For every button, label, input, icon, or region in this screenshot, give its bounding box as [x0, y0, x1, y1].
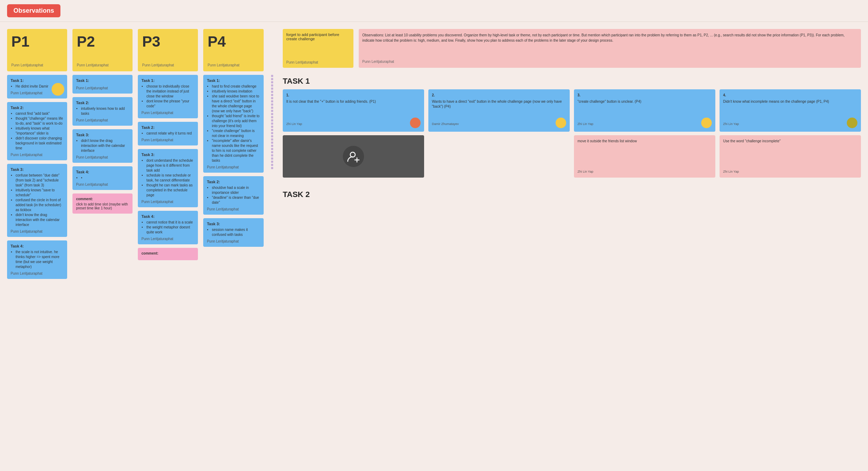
task-bullets-p4-2: shouldve had a scale in importance slide…: [207, 185, 260, 205]
avatar-p1-1: [52, 83, 64, 96]
dot: [271, 107, 273, 109]
dot: [271, 161, 273, 163]
task1-section: TASK 1 1. It is not clear that the "+" b…: [283, 73, 861, 178]
observations-badge: Observations: [7, 4, 60, 17]
dot: [271, 126, 273, 128]
avatar-obs1: [410, 118, 421, 128]
task-card-p4-2: Task 2: shouldve had a scale in importan…: [203, 176, 263, 215]
task-card-p1-3: Task 3: confuse between "due date" (from…: [7, 164, 67, 237]
dot: [271, 138, 273, 141]
dot: [271, 75, 273, 77]
dot: [271, 135, 273, 137]
task-bullets-p2-2: intuitively knows how to add tasks: [76, 106, 129, 116]
dot: [271, 113, 273, 115]
dot: [271, 151, 273, 153]
add-person-icon: [343, 146, 364, 167]
participant-id-p4: P4: [207, 33, 259, 50]
dot: [271, 157, 273, 160]
task-card-p4-1: Task 1: hard to find create challenge in…: [203, 75, 263, 173]
task1-obs-1: 1. It is not clear that the "+" button i…: [283, 89, 424, 132]
dot: [271, 132, 273, 134]
task-card-p2-4: Task 4: • Punn Leritjaturaphat: [72, 166, 133, 190]
task-bullets-p3-3: dont understand the schedule page how is…: [141, 158, 194, 198]
task-bullets-p2-4: •: [76, 175, 129, 180]
right-section: forget to add participant before create …: [283, 29, 861, 279]
task-card-p3-3: Task 3: dont understand the schedule pag…: [138, 149, 198, 207]
participant-column-p3: P3 Punn Leritjaturaphat Task 1: choose t…: [138, 29, 198, 279]
task1-obs-2: 2. Wants to have a direct "exit" button …: [428, 89, 570, 132]
participant-header-p3: P3 Punn Leritjaturaphat: [138, 29, 198, 71]
participant-column-p4: P4 Punn Leritjaturaphat Task 1: hard to …: [203, 29, 263, 279]
participant-author-p1: Punn Leritjaturaphat: [11, 63, 63, 67]
dot: [271, 97, 273, 99]
task2-section: TASK 2: [283, 186, 861, 203]
task-bullets-p3-2: cannot relate why it turns red: [141, 131, 194, 136]
task-card-p3-4: Task 4: cannot notice that it is a scale…: [138, 211, 198, 244]
sticky-yellow-text: forget to add participant before create …: [286, 32, 350, 41]
divider-dots: [269, 29, 276, 279]
dot: [271, 142, 273, 144]
obs-text-1: It is not clear that the "+" button is f…: [286, 99, 421, 104]
solution-empty-2: [428, 135, 570, 178]
dot: [271, 119, 273, 121]
dot: [271, 129, 273, 131]
task-bullets-p1-2: cannot find "add task" thought "challeng…: [11, 111, 64, 151]
task-card-p4-3: Task 3: session name makes it confused w…: [203, 218, 263, 247]
avatar-obs4: [847, 118, 857, 128]
dot: [271, 94, 273, 96]
participant-id-p3: P3: [142, 33, 194, 50]
task-card-p2-2: Task 2: intuitively knows how to add tas…: [72, 97, 133, 126]
sticky-yellow-author: Punn Leritjaturaphat: [286, 60, 350, 64]
avatar-obs3: [701, 118, 712, 128]
task-bullets-p4-1: hard to find create challenge intuitivel…: [207, 84, 260, 163]
participant-author-p3: Punn Leritjaturaphat: [142, 63, 194, 67]
dot: [271, 78, 273, 80]
main-content: P1 Punn Leritjaturaphat Task 1: He didnt…: [0, 22, 868, 286]
task1-solutions-grid: move it outside the friends list window …: [283, 135, 861, 178]
dot: [271, 167, 273, 169]
dot: [271, 148, 273, 150]
dot: [271, 116, 273, 118]
participant-header-p4: P4 Punn Leritjaturaphat: [203, 29, 263, 71]
task-card-p1-4: Task 4: the scale is not intuitive. he t…: [7, 240, 67, 279]
task1-obs-3: 3. "create challenge" button is unclear.…: [574, 89, 715, 132]
right-top: forget to add participant before create …: [283, 29, 861, 68]
participant-author-p2: Punn Leritjaturaphat: [77, 63, 128, 67]
participant-id-p1: P1: [11, 33, 63, 50]
task-card-p2-1: Task 1: Punn Leritjaturaphat: [72, 75, 133, 94]
task-card-p3-2: Task 2: cannot relate why it turns red P…: [138, 122, 198, 145]
task-bullets-p3-4: cannot notice that it is a scale the wei…: [141, 220, 194, 235]
avatar-obs2: [556, 118, 566, 128]
participant-id-p2: P2: [77, 33, 128, 50]
dot: [271, 84, 273, 87]
comment-card-p2: comment: click to add time slot (maybe w…: [72, 193, 133, 214]
task-bullets-p1-3: confuse between "due date" (from task 2)…: [11, 173, 64, 227]
participant-column-p1: P1 Punn Leritjaturaphat Task 1: He didnt…: [7, 29, 67, 279]
solution-text-3: move it outside the friends list window: [577, 139, 712, 144]
dot: [271, 123, 273, 125]
dot: [271, 164, 273, 166]
dot: [271, 88, 273, 90]
dot: [271, 103, 273, 106]
add-person-card[interactable]: [283, 135, 424, 178]
task-bullets-p3-1: choose to individually close the invitat…: [141, 84, 194, 109]
dot: [271, 81, 273, 83]
obs-text-3: "create challenge" button is unclear. (P…: [577, 99, 712, 104]
sticky-pink-author: Punn Leritjaturaphat: [362, 59, 857, 64]
participant-column-p2: P2 Punn Leritjaturaphat Task 1: Punn Ler…: [72, 29, 133, 279]
task-bullets-p2-3: didn't know the drag interaction with th…: [76, 138, 129, 153]
sticky-yellow: forget to add participant before create …: [283, 29, 353, 68]
task-bullets-p4-3: session name makes it confused with task…: [207, 227, 260, 237]
comment-card-p3: comment:: [138, 248, 198, 260]
solution-text-4: Use the word "challenge incomplete": [723, 139, 857, 144]
sticky-pink-text: Observations: List at least 10 usability…: [362, 32, 857, 43]
task-card-p1-1: Task 1: He didnt invite Damir Punn Lerit…: [7, 75, 67, 99]
dot: [271, 110, 273, 112]
obs-text-4: Didn't know what incomplete means on the…: [723, 99, 857, 104]
task1-observation-grid: 1. It is not clear that the "+" button i…: [283, 89, 861, 132]
dot: [271, 100, 273, 102]
obs-text-2: Wants to have a direct "exit" button in …: [432, 99, 566, 109]
dot: [271, 145, 273, 147]
task-card-p2-3: Task 3: didn't know the drag interaction…: [72, 129, 133, 163]
participant-header-p1: P1 Punn Leritjaturaphat: [7, 29, 67, 71]
